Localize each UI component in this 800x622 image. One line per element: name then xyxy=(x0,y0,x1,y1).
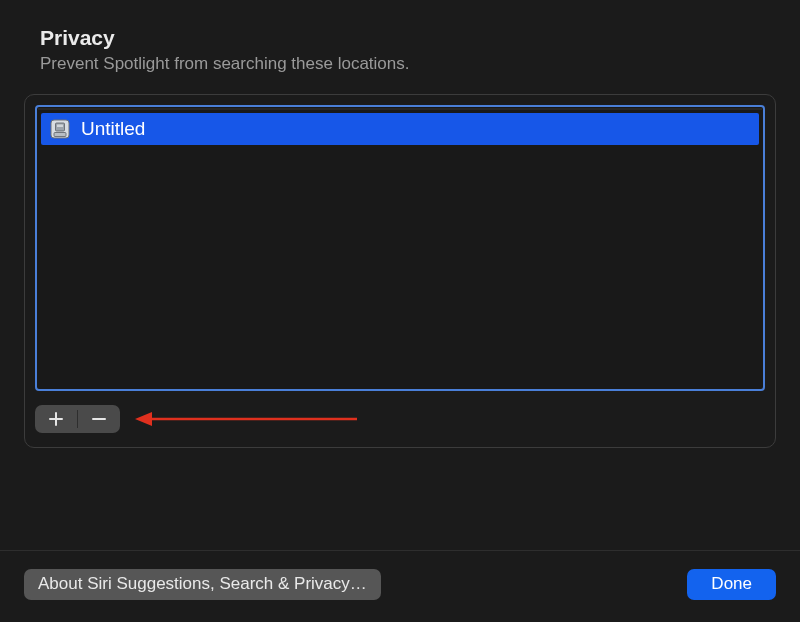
svg-rect-5 xyxy=(54,133,66,137)
list-item-label: Untitled xyxy=(81,118,145,140)
page-subtitle: Prevent Spotlight from searching these l… xyxy=(40,54,760,74)
svg-rect-4 xyxy=(57,125,63,128)
add-remove-segment xyxy=(35,405,120,433)
footer-bar: About Siri Suggestions, Search & Privacy… xyxy=(0,550,800,622)
svg-marker-8 xyxy=(135,412,152,426)
excluded-locations-list[interactable]: Untitled xyxy=(35,105,765,391)
list-item[interactable]: Untitled xyxy=(41,113,759,145)
drive-icon xyxy=(49,118,71,140)
done-button[interactable]: Done xyxy=(687,569,776,600)
page-title: Privacy xyxy=(40,26,760,50)
list-toolbar xyxy=(35,405,765,433)
remove-button[interactable] xyxy=(78,405,120,433)
privacy-header: Privacy Prevent Spotlight from searching… xyxy=(0,0,800,78)
add-button[interactable] xyxy=(35,405,77,433)
locations-panel: Untitled xyxy=(24,94,776,448)
arrow-icon xyxy=(132,409,362,429)
list-top-highlight xyxy=(38,108,762,110)
plus-icon xyxy=(48,411,64,427)
minus-icon xyxy=(91,411,107,427)
arrow-annotation xyxy=(132,409,362,429)
about-privacy-button[interactable]: About Siri Suggestions, Search & Privacy… xyxy=(24,569,381,600)
